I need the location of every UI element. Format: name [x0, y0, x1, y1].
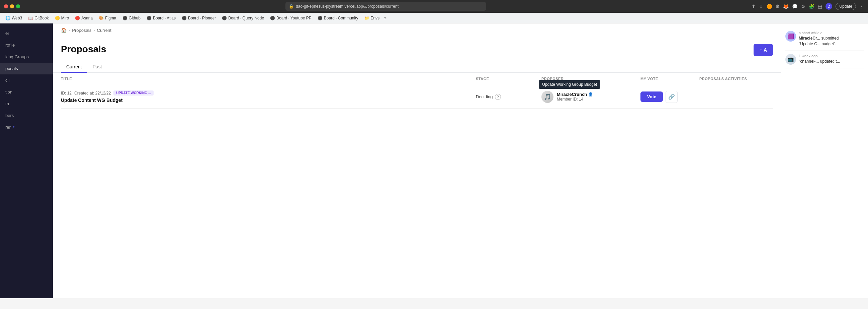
minimize-traffic-dot[interactable]	[10, 4, 14, 8]
bookmark-asana-label: Asana	[81, 16, 93, 21]
figma-favicon: 🎨	[99, 16, 104, 21]
sidebar-item-election[interactable]: tion	[0, 86, 53, 98]
sidebar: er rofile king Groups posals cil tion m …	[0, 24, 53, 298]
miro-favicon: 🟡	[55, 16, 60, 21]
tab-past[interactable]: Past	[87, 61, 107, 73]
activities-panel: 🟪 a short while a... MiracleCr... submit…	[781, 24, 868, 298]
bookmark-asana[interactable]: 🔴 Asana	[72, 15, 95, 22]
main-content: 🏠 › Proposals › Current Proposals + A Cu…	[53, 24, 781, 298]
title-cell: ID: 12 Created at: 22/12/22 UPDATE WORKI…	[61, 90, 470, 103]
address-bar[interactable]: 🔒 dao-git-ephesus-joystream.vercel.app/#…	[285, 2, 486, 11]
update-button[interactable]: Update	[836, 3, 856, 10]
bookmark-figma[interactable]: 🎨 Figma	[96, 15, 119, 22]
activity-time-2: 1 week ago	[799, 54, 864, 58]
proposer-member-id: Member ID: 14	[557, 97, 593, 102]
browser-traffic-lights	[4, 4, 20, 8]
extension-icon-2[interactable]: ❋	[776, 4, 780, 9]
bookmark-board-community[interactable]: ⚫ Board · Community	[315, 15, 361, 22]
bookmark-board-community-label: Board · Community	[324, 16, 359, 21]
activity-content-1: a short while a... MiracleCr... submitte…	[799, 31, 864, 47]
sidebar-item-proposals[interactable]: posals	[0, 63, 53, 75]
header-my-vote: MY VOTE	[641, 77, 694, 81]
board-atlas-favicon: ⚫	[147, 16, 152, 21]
url-text: dao-git-ephesus-joystream.vercel.app/#/p…	[296, 4, 399, 9]
proposer-cell: 🎵 MiracleCrunch 👤 Member ID: 14	[541, 91, 635, 103]
breadcrumb-separator-2: ›	[93, 28, 95, 33]
table-row: ID: 12 Created at: 22/12/22 UPDATE WORKI…	[61, 85, 773, 109]
tab-current[interactable]: Current	[61, 61, 87, 73]
bookmark-star-icon[interactable]: ☆	[759, 4, 763, 9]
sidebar-item-members[interactable]: bers	[0, 110, 53, 121]
sidebar-item-council[interactable]: cil	[0, 75, 53, 86]
sidebar-toggle-icon[interactable]: ▤	[818, 4, 822, 9]
home-icon[interactable]: 🏠	[61, 27, 67, 33]
vote-button[interactable]: Vote	[641, 91, 663, 102]
add-proposal-button[interactable]: + A	[753, 44, 773, 56]
profile-avatar-icon[interactable]: D	[826, 3, 832, 10]
page-title: Proposals	[61, 44, 106, 55]
activity-avatar-2: 📺	[785, 54, 796, 65]
board-youtube-favicon: ⚫	[270, 16, 275, 21]
sidebar-item-profile[interactable]: rofile	[0, 39, 53, 51]
activity-text-1: MiracleCr... submitted "Update C... budg…	[799, 35, 864, 47]
bookmark-gitbook-label: GitBook	[34, 16, 49, 21]
extension-icon-1[interactable]: 🟠	[767, 4, 772, 9]
activity-time-1: a short while a...	[799, 31, 864, 35]
activity-item-2: 📺 1 week ago "channel-... updated t...	[785, 51, 864, 68]
envs-favicon: 📁	[364, 16, 369, 21]
proposer-info: MiracleCrunch 👤 Member ID: 14	[557, 92, 593, 102]
bookmark-github[interactable]: ⚫ Github	[120, 15, 143, 22]
board-community-favicon: ⚫	[317, 16, 322, 21]
sidebar-item-explorer[interactable]: rer ↗	[0, 121, 53, 133]
more-bookmarks-icon[interactable]: »	[383, 15, 388, 22]
bookmark-envs[interactable]: 📁 Envs	[362, 15, 382, 22]
proposals-table: TITLE STAGE PROPOSER MY VOTE PROPOSALS A…	[53, 73, 781, 109]
bookmark-board-youtube[interactable]: ⚫ Board · Youtube PP	[267, 15, 314, 22]
content-tabs: Current Past	[53, 56, 781, 73]
board-pioneer-favicon: ⚫	[182, 16, 187, 21]
bookmark-board-query-node-label: Board · Query Node	[228, 16, 264, 21]
activity-item-1: 🟪 a short while a... MiracleCr... submit…	[785, 27, 864, 51]
extension-puzzle-icon[interactable]: 🧩	[809, 4, 814, 9]
browser-chrome: 🔒 dao-git-ephesus-joystream.vercel.app/#…	[0, 0, 868, 13]
header-title: TITLE	[61, 77, 470, 81]
menu-dots-icon[interactable]: ⋮	[859, 4, 864, 9]
bookmark-board-query-node[interactable]: ⚫ Board · Query Node	[219, 15, 267, 22]
bookmark-github-label: Github	[129, 16, 141, 21]
breadcrumb-current: Current	[97, 28, 112, 33]
proposer-name[interactable]: MiracleCrunch 👤	[557, 92, 593, 97]
bookmark-board-atlas[interactable]: ⚫ Board · Atlas	[144, 15, 178, 22]
breadcrumb-separator-1: ›	[69, 28, 70, 33]
sidebar-item-m[interactable]: m	[0, 98, 53, 110]
header-activities: PROPOSALS ACTIVITIES	[699, 77, 773, 81]
bookmark-web3[interactable]: 🌐 Web3	[3, 15, 25, 22]
fullscreen-traffic-dot[interactable]	[16, 4, 20, 8]
close-traffic-dot[interactable]	[4, 4, 8, 8]
sidebar-item-working-groups[interactable]: king Groups	[0, 51, 53, 63]
bookmark-gitbook[interactable]: 📖 GitBook	[25, 15, 52, 22]
stage-text: Deciding	[476, 94, 493, 99]
web3-favicon: 🌐	[5, 16, 10, 21]
sidebar-item-er[interactable]: er	[0, 27, 53, 39]
bookmark-board-pioneer[interactable]: ⚫ Board · Pioneer	[179, 15, 218, 22]
activity-avatar-1: 🟪	[785, 31, 796, 41]
breadcrumb-proposals[interactable]: Proposals	[72, 28, 91, 33]
bookmark-figma-label: Figma	[105, 16, 116, 21]
link-icon-button[interactable]: 🔗	[665, 91, 678, 103]
my-vote-cell: Vote 🔗 Update Working Group Budget	[641, 91, 694, 103]
bookmark-board-pioneer-label: Board · Pioneer	[188, 16, 216, 21]
proposer-member-icon: 👤	[588, 92, 593, 96]
extension-icon-4[interactable]: 💬	[792, 4, 798, 9]
stage-help-icon[interactable]: ?	[495, 94, 501, 100]
header-stage: STAGE	[476, 77, 536, 81]
proposal-date: Created at: 22/12/22	[74, 91, 111, 95]
proposer-avatar: 🎵	[541, 91, 554, 103]
page-header: Proposals + A	[53, 37, 781, 56]
bookmark-web3-label: Web3	[12, 16, 22, 21]
extension-icon-3[interactable]: 🦊	[783, 4, 789, 9]
bookmark-miro[interactable]: 🟡 Miro	[52, 15, 72, 22]
share-icon[interactable]: ⬆	[751, 4, 755, 9]
asana-favicon: 🔴	[75, 16, 80, 21]
settings-icon[interactable]: ⚙	[801, 4, 805, 9]
proposal-title[interactable]: Update Content WG Budget	[61, 97, 470, 103]
